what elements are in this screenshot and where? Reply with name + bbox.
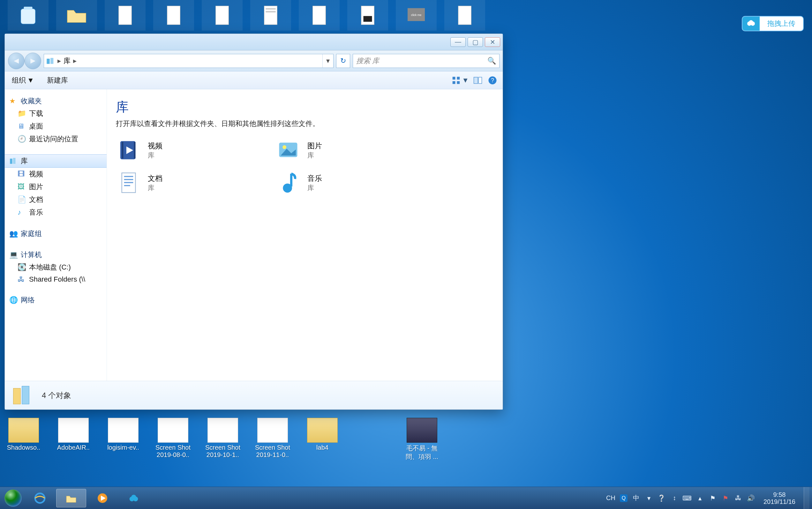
recent-icon: 🕘 bbox=[18, 135, 26, 143]
preview-pane-button[interactable] bbox=[472, 75, 483, 86]
desktop-file-icon[interactable]: click me bbox=[396, 0, 437, 31]
svg-rect-21 bbox=[452, 81, 456, 84]
library-item-music[interactable]: 音乐 库 bbox=[276, 170, 435, 196]
computer-icon: 💻 bbox=[9, 251, 18, 259]
homegroup-group: 👥 家庭组 bbox=[5, 228, 106, 240]
sidebar-item-homegroup[interactable]: 👥 家庭组 bbox=[5, 228, 106, 240]
recycle-bin-icon[interactable] bbox=[8, 0, 49, 31]
desktop-file-icon[interactable] bbox=[153, 0, 194, 31]
tray-action-center-icon[interactable]: ⚑ bbox=[709, 494, 717, 502]
show-desktop-button[interactable] bbox=[804, 487, 809, 509]
navbar: ◄ ► ▸ 库 ▸ ▾ ↻ 搜索 库 🔍 bbox=[5, 50, 503, 71]
start-button[interactable] bbox=[2, 487, 24, 509]
content-pane: 库 打开库以查看文件并根据文件夹、日期和其他属性排列这些文件。 视频 库 bbox=[107, 89, 503, 381]
help-button[interactable]: ? bbox=[487, 75, 498, 86]
tray-chevron-up-icon[interactable]: ▴ bbox=[696, 494, 704, 502]
organize-button[interactable]: 组织 ▼ bbox=[9, 74, 37, 87]
svg-text:click me: click me bbox=[411, 13, 421, 16]
desktop-file-icon[interactable] bbox=[444, 0, 485, 31]
sidebar-item-favorites[interactable]: ★ 收藏夹 bbox=[5, 95, 106, 107]
desktop-icon[interactable]: Screen Shot2019-08-0.. bbox=[152, 418, 194, 461]
chevron-down-icon[interactable]: ▼ bbox=[462, 76, 469, 84]
search-input[interactable]: 搜索 库 🔍 bbox=[353, 54, 500, 68]
library-item-documents[interactable]: 文档 库 bbox=[116, 170, 276, 196]
forward-button[interactable]: ► bbox=[25, 53, 41, 69]
back-button[interactable]: ◄ bbox=[8, 53, 25, 69]
breadcrumb[interactable]: 库 bbox=[64, 56, 70, 66]
minimize-button[interactable]: — bbox=[450, 37, 466, 47]
desktop-folder-icon[interactable] bbox=[56, 0, 97, 31]
sidebar-item-desktop[interactable]: 🖥 桌面 bbox=[5, 120, 106, 133]
tray-lang[interactable]: CH bbox=[606, 494, 615, 502]
desktop-icon[interactable]: 毛不易 - 無問、項羽 ... bbox=[401, 418, 443, 461]
view-options-button[interactable] bbox=[450, 75, 462, 86]
desktop-file-icon[interactable] bbox=[105, 0, 146, 31]
windows-orb-icon bbox=[4, 489, 22, 507]
libraries-large-icon bbox=[11, 384, 34, 407]
desktop-icon[interactable]: AdobeAIR.. bbox=[52, 418, 94, 461]
sidebar-item-network[interactable]: 🌐 网络 bbox=[5, 294, 106, 306]
svg-rect-30 bbox=[122, 142, 124, 159]
video-library-icon bbox=[116, 137, 142, 163]
new-library-button[interactable]: 新建库 bbox=[44, 74, 70, 87]
tray-keyboard-icon[interactable]: ⌨ bbox=[683, 494, 691, 502]
picture-icon: 🖼 bbox=[18, 183, 26, 191]
svg-rect-9 bbox=[266, 8, 276, 10]
sidebar-item-recent[interactable]: 🕘 最近访问的位置 bbox=[5, 133, 106, 145]
svg-point-49 bbox=[131, 495, 136, 500]
svg-point-44 bbox=[35, 494, 45, 503]
tray-clock[interactable]: 9:58 2019/11/16 bbox=[763, 491, 795, 505]
desktop-icon[interactable]: logisim-ev.. bbox=[102, 418, 144, 461]
svg-rect-17 bbox=[46, 59, 50, 64]
desktop-icon[interactable]: lab4 bbox=[301, 418, 343, 461]
svg-point-34 bbox=[282, 145, 286, 149]
taskbar-explorer[interactable] bbox=[56, 489, 86, 507]
search-icon: 🔍 bbox=[488, 57, 496, 65]
tray-volume-icon[interactable]: 🔊 bbox=[747, 494, 755, 502]
explorer-window: — ▢ ✕ ◄ ► ▸ 库 ▸ ▾ ↻ 搜索 库 🔍 组织 ▼ 新建库 bbox=[4, 33, 503, 410]
taskbar-media-player[interactable] bbox=[88, 489, 118, 507]
maximize-button[interactable]: ▢ bbox=[468, 37, 483, 47]
taskbar-ie[interactable] bbox=[25, 489, 55, 507]
address-bar[interactable]: ▸ 库 ▸ ▾ bbox=[44, 54, 334, 68]
desktop-icon[interactable]: Screen Shot2019-11-0.. bbox=[251, 418, 294, 461]
sidebar-item-libraries[interactable]: 库 bbox=[5, 155, 106, 168]
titlebar[interactable]: — ▢ ✕ bbox=[5, 34, 503, 50]
library-item-videos[interactable]: 视频 库 bbox=[116, 137, 276, 163]
svg-rect-3 bbox=[21, 9, 35, 24]
tray-qq-icon[interactable]: Q bbox=[620, 494, 627, 502]
desktop-file-icon[interactable] bbox=[347, 0, 388, 31]
chevron-down-icon[interactable]: ▾ bbox=[645, 494, 653, 502]
sidebar-item-documents[interactable]: 📄 文档 bbox=[5, 193, 106, 206]
sidebar-item-local-disk[interactable]: 💽 本地磁盘 (C:) bbox=[5, 261, 106, 274]
tray-help-icon[interactable]: ❔ bbox=[657, 494, 666, 502]
sidebar-item-pictures[interactable]: 🖼 图片 bbox=[5, 180, 106, 193]
video-icon: 🎞 bbox=[18, 170, 26, 178]
tray-network-icon[interactable]: 🖧 bbox=[734, 494, 742, 502]
sidebar-item-music[interactable]: ♪ 音乐 bbox=[5, 206, 106, 219]
tray-security-icon[interactable]: ⚑ bbox=[721, 494, 730, 502]
refresh-button[interactable]: ↻ bbox=[336, 54, 350, 68]
svg-rect-31 bbox=[134, 142, 136, 159]
tray-ime[interactable]: 中 bbox=[632, 494, 640, 502]
document-library-icon bbox=[116, 170, 142, 196]
music-icon: ♪ bbox=[18, 208, 26, 216]
close-button[interactable]: ✕ bbox=[485, 37, 500, 47]
library-item-pictures[interactable]: 图片 库 bbox=[276, 137, 435, 163]
address-dropdown[interactable]: ▾ bbox=[322, 54, 333, 68]
taskbar-baidu-cloud[interactable] bbox=[119, 489, 149, 507]
tray-sync-icon[interactable]: ↕ bbox=[670, 494, 679, 502]
desktop-icon[interactable]: Screen Shot2019-10-1.. bbox=[202, 418, 244, 461]
desktop-icon[interactable]: Shadowso.. bbox=[3, 418, 45, 461]
svg-rect-28 bbox=[13, 158, 15, 164]
desktop-file-icon[interactable] bbox=[250, 0, 291, 31]
sidebar-item-videos[interactable]: 🎞 视频 bbox=[5, 168, 106, 180]
desktop-file-icon[interactable] bbox=[299, 0, 340, 31]
desktop-file-icon[interactable] bbox=[202, 0, 243, 31]
nav-buttons: ◄ ► bbox=[8, 53, 41, 69]
folder-icon: 📁 bbox=[18, 109, 26, 118]
sidebar-item-downloads[interactable]: 📁 下载 bbox=[5, 107, 106, 120]
sidebar-item-computer[interactable]: 💻 计算机 bbox=[5, 249, 106, 261]
svg-rect-19 bbox=[452, 76, 456, 79]
sidebar-item-shared-folders[interactable]: 🖧 Shared Folders (\\ bbox=[5, 274, 106, 285]
